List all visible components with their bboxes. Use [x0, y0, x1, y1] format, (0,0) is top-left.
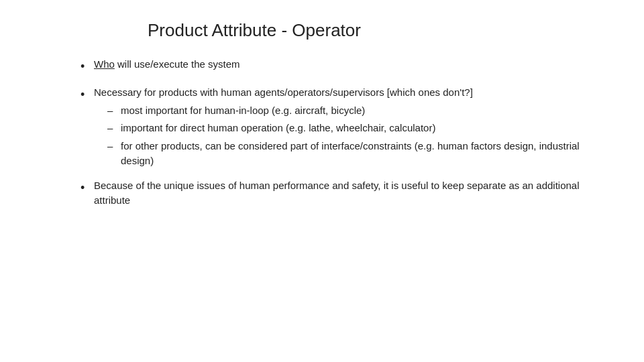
- sub-bullet-text-2-2: important for direct human operation (e.…: [121, 121, 435, 136]
- sub-bullet-item-2-2: – important for direct human operation (…: [107, 121, 604, 136]
- sub-bullet-dash-2-3: –: [107, 139, 121, 154]
- sub-bullet-text-2-1: most important for human-in-loop (e.g. a…: [121, 103, 365, 119]
- bullet-item-2: • Necessary for products with human agen…: [80, 85, 604, 169]
- bullet-item-1: • Who will use/execute the system: [80, 57, 604, 76]
- slide-title: Product Attribute - Operator: [40, 20, 604, 41]
- bullet-text-2: Necessary for products with human agents…: [94, 86, 473, 98]
- content-area: • Who will use/execute the system • Nece…: [40, 57, 604, 218]
- bullet-text-1: Who will use/execute the system: [94, 57, 240, 72]
- sub-bullet-text-2-3: for other products, can be considered pa…: [121, 139, 604, 169]
- bullet-dot-2: •: [80, 85, 94, 104]
- slide: Product Attribute - Operator • Who will …: [0, 0, 644, 362]
- bullet-item-3: • Because of the unique issues of human …: [80, 178, 604, 208]
- bullet-dot-3: •: [80, 178, 94, 197]
- sub-bullet-item-2-1: – most important for human-in-loop (e.g.…: [107, 103, 604, 119]
- bullet-group-2: • Necessary for products with human agen…: [80, 85, 604, 174]
- sub-bullets-2: – most important for human-in-loop (e.g.…: [94, 103, 604, 169]
- bullet-group-3: • Because of the unique issues of human …: [80, 178, 604, 214]
- sub-bullet-item-2-3: – for other products, can be considered …: [107, 139, 604, 169]
- sub-bullet-dash-2-2: –: [107, 121, 121, 136]
- bullet-text-3: Because of the unique issues of human pe…: [94, 178, 604, 208]
- bullet-group-1: • Who will use/execute the system: [80, 57, 604, 81]
- bullet-dot-1: •: [80, 57, 94, 76]
- underlined-who: Who: [94, 58, 115, 70]
- sub-bullet-dash-2-1: –: [107, 103, 121, 119]
